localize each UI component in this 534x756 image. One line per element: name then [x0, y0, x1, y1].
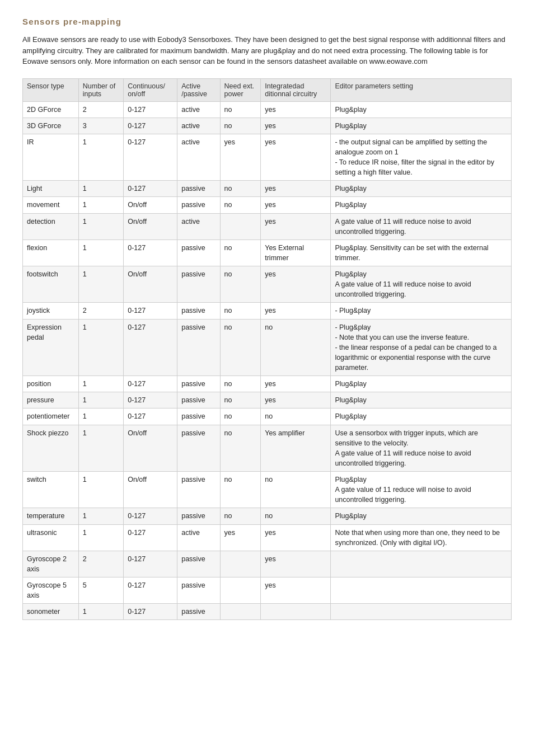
table-row: movement1On/offpassivenoyesPlug&play — [23, 197, 512, 213]
table-cell: no — [220, 181, 261, 197]
table-cell: 0-127 — [124, 408, 177, 425]
table-cell: yes — [261, 524, 331, 551]
table-cell: no — [261, 472, 331, 508]
table-cell: Light — [23, 181, 79, 197]
table-cell: Shock piezzo — [23, 425, 79, 472]
table-cell: Plug&play — [331, 408, 512, 425]
table-cell: active — [177, 118, 220, 134]
table-cell: no — [220, 101, 261, 118]
table-cell: passive — [177, 376, 220, 392]
table-cell: no — [220, 472, 261, 508]
table-cell: passive — [177, 425, 220, 472]
table-cell: 0-127 — [124, 303, 177, 319]
table-cell: ultrasonic — [23, 524, 79, 551]
table-cell — [220, 604, 261, 620]
table-cell: 1 — [78, 376, 123, 392]
table-cell: sonometer — [23, 604, 79, 620]
table-cell: 0-127 — [124, 118, 177, 134]
table-cell: flexion — [23, 240, 79, 266]
table-cell: Plug&play — [331, 376, 512, 392]
table-cell: 2D GForce — [23, 101, 79, 118]
table-row: position10-127passivenoyesPlug&play — [23, 376, 512, 392]
table-cell: active — [177, 134, 220, 181]
table-cell: no — [220, 319, 261, 376]
table-row: Gyroscope 5 axis50-127passiveyes — [23, 577, 512, 604]
table-cell: no — [261, 408, 331, 425]
table-cell: IR — [23, 134, 79, 181]
table-cell: yes — [261, 392, 331, 408]
table-cell — [331, 604, 512, 620]
table-cell: no — [220, 118, 261, 134]
table-cell: footswitch — [23, 266, 79, 303]
table-cell: 0-127 — [124, 577, 177, 604]
table-cell: 2 — [78, 101, 123, 118]
table-cell: - the output signal can be amplified by … — [331, 134, 512, 181]
table-cell: no — [261, 508, 331, 524]
table-cell: passive — [177, 240, 220, 266]
col-header-continuous: Continuous/ on/off — [124, 78, 177, 101]
table-cell — [220, 551, 261, 577]
table-cell: A gate value of 11 will reduce noise to … — [331, 213, 512, 240]
table-cell: no — [220, 266, 261, 303]
table-row: Light10-127passivenoyesPlug&play — [23, 181, 512, 197]
table-cell: no — [220, 197, 261, 213]
table-cell: Use a sensorbox with trigger inputs, whi… — [331, 425, 512, 472]
table-cell: passive — [177, 181, 220, 197]
table-cell — [331, 577, 512, 604]
table-row: Shock piezzo1On/offpassivenoYes amplifie… — [23, 425, 512, 472]
table-cell: Note that when using more than one, they… — [331, 524, 512, 551]
table-cell: no — [220, 508, 261, 524]
table-row: switch1On/offpassivenonoPlug&playA gate … — [23, 472, 512, 508]
table-cell: passive — [177, 303, 220, 319]
table-cell: Plug&play — [331, 118, 512, 134]
table-row: IR10-127activeyesyes- the output signal … — [23, 134, 512, 181]
table-cell: no — [261, 319, 331, 376]
table-row: 2D GForce20-127activenoyesPlug&play — [23, 101, 512, 118]
table-cell: Expression pedal — [23, 319, 79, 376]
table-cell: potentiometer — [23, 408, 79, 425]
table-cell: yes — [261, 577, 331, 604]
intro-text: All Eowave sensors are ready to use with… — [22, 34, 512, 67]
table-cell: passive — [177, 319, 220, 376]
table-cell: yes — [220, 134, 261, 181]
table-cell — [220, 577, 261, 604]
table-cell: Gyroscope 5 axis — [23, 577, 79, 604]
table-row: potentiometer10-127passivenonoPlug&play — [23, 408, 512, 425]
table-cell: 1 — [78, 472, 123, 508]
table-cell: 1 — [78, 604, 123, 620]
table-cell: passive — [177, 577, 220, 604]
col-header-integrated: Integratedad ditionnal circuitry — [261, 78, 331, 101]
table-cell: 1 — [78, 524, 123, 551]
table-row: pressure10-127passivenoyesPlug&play — [23, 392, 512, 408]
table-row: temperature10-127passivenonoPlug&play — [23, 508, 512, 524]
table-cell: no — [220, 376, 261, 392]
table-cell: no — [220, 408, 261, 425]
table-cell: yes — [261, 118, 331, 134]
table-cell: yes — [261, 303, 331, 319]
table-cell — [261, 604, 331, 620]
table-cell: On/off — [124, 425, 177, 472]
table-cell: 1 — [78, 508, 123, 524]
table-cell: 3D GForce — [23, 118, 79, 134]
table-cell: no — [220, 425, 261, 472]
table-cell: 0-127 — [124, 376, 177, 392]
table-cell: detection — [23, 213, 79, 240]
table-cell: passive — [177, 392, 220, 408]
table-cell: 1 — [78, 408, 123, 425]
table-cell: 0-127 — [124, 508, 177, 524]
table-cell: active — [177, 101, 220, 118]
table-cell: yes — [261, 376, 331, 392]
table-cell: yes — [261, 197, 331, 213]
table-cell: yes — [261, 551, 331, 577]
table-cell: 1 — [78, 213, 123, 240]
table-cell: Plug&play — [331, 392, 512, 408]
table-cell: passive — [177, 197, 220, 213]
table-cell: yes — [261, 266, 331, 303]
table-cell: 1 — [78, 197, 123, 213]
table-cell: passive — [177, 472, 220, 508]
table-cell: switch — [23, 472, 79, 508]
table-cell: no — [220, 303, 261, 319]
table-cell: passive — [177, 551, 220, 577]
table-row: 3D GForce30-127activenoyesPlug&play — [23, 118, 512, 134]
table-cell: joystick — [23, 303, 79, 319]
